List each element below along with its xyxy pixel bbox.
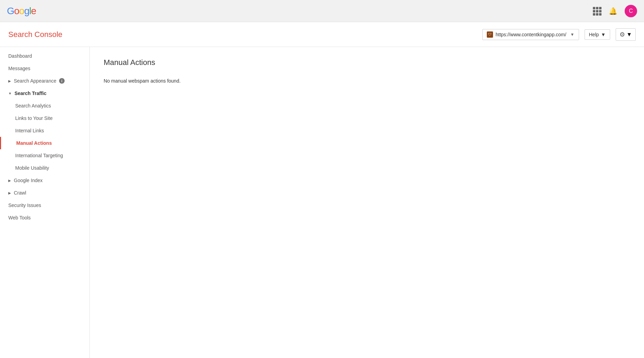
topbar: Google 🔔 C [0, 0, 644, 22]
sidebar-item-label: Mobile Usability [15, 165, 49, 171]
no-actions-message: No manual webspam actions found. [104, 78, 630, 84]
sidebar-item-google-index[interactable]: ▶ Google Index [0, 174, 89, 187]
sidebar-item-label: Crawl [14, 190, 26, 196]
main-content: Manual Actions No manual webspam actions… [90, 47, 644, 358]
user-avatar[interactable]: C [625, 5, 637, 17]
page-title: Manual Actions [104, 58, 630, 67]
sidebar-item-web-tools[interactable]: Web Tools [0, 211, 89, 224]
topbar-right: 🔔 C [593, 5, 637, 17]
expand-arrow-icon: ▶ [8, 179, 11, 182]
sidebar-item-international-targeting[interactable]: International Targeting [0, 149, 89, 162]
sidebar-item-label: Web Tools [8, 215, 31, 220]
sidebar-item-security-issues[interactable]: Security Issues [0, 199, 89, 211]
sidebar-item-search-appearance[interactable]: ▶ Search Appearance i [0, 75, 89, 87]
sidebar-item-crawl[interactable]: ▶ Crawl [0, 187, 89, 199]
expand-arrow-icon: ▶ [8, 79, 11, 83]
sidebar-item-label: Security Issues [8, 202, 41, 208]
site-selector-chevron-icon: ▼ [570, 32, 575, 37]
settings-button[interactable]: ⚙ ▼ [616, 28, 636, 41]
sidebar-item-internal-links[interactable]: Internal Links [0, 124, 89, 137]
sidebar-item-label: Dashboard [8, 53, 32, 59]
site-favicon-icon: 🛡 [487, 31, 493, 38]
notifications-bell-icon[interactable]: 🔔 [607, 5, 619, 17]
main-layout: Dashboard Messages ▶ Search Appearance i… [0, 47, 644, 358]
sidebar-item-label: Search Appearance [14, 78, 56, 84]
sidebar-item-dashboard[interactable]: Dashboard [0, 50, 89, 62]
sidebar: Dashboard Messages ▶ Search Appearance i… [0, 47, 90, 358]
expand-arrow-icon: ▶ [8, 191, 11, 195]
sidebar-item-messages[interactable]: Messages [0, 62, 89, 75]
grid-apps-icon[interactable] [593, 7, 601, 15]
header-bar: Search Console 🛡 https://www.contentking… [0, 22, 644, 47]
info-icon: i [59, 78, 65, 84]
sidebar-item-label: Manual Actions [16, 140, 52, 146]
sidebar-item-label: International Targeting [15, 153, 63, 158]
sidebar-item-search-traffic[interactable]: ▼ Search Traffic [0, 87, 89, 100]
sidebar-item-label: Links to Your Site [15, 115, 53, 121]
help-button[interactable]: Help ▼ [585, 29, 610, 40]
app-title: Search Console [8, 30, 477, 39]
sidebar-item-label: Internal Links [15, 128, 44, 133]
sidebar-item-links-to-your-site[interactable]: Links to Your Site [0, 112, 89, 124]
settings-chevron-icon: ▼ [626, 31, 632, 38]
site-url: https://www.contentkingapp.com/ [496, 32, 568, 37]
sidebar-item-mobile-usability[interactable]: Mobile Usability [0, 162, 89, 174]
help-chevron-icon: ▼ [601, 32, 606, 37]
sidebar-item-label: Google Index [14, 178, 42, 183]
site-selector[interactable]: 🛡 https://www.contentkingapp.com/ ▼ [482, 29, 579, 40]
google-logo: Google [7, 6, 36, 17]
sidebar-item-label: Search Analytics [15, 103, 51, 109]
sidebar-item-manual-actions[interactable]: Manual Actions [0, 137, 89, 149]
collapse-arrow-icon: ▼ [8, 92, 12, 95]
sidebar-item-label: Search Traffic [15, 91, 47, 96]
sidebar-item-search-analytics[interactable]: Search Analytics [0, 100, 89, 112]
gear-icon: ⚙ [619, 31, 625, 38]
sidebar-item-label: Messages [8, 66, 30, 71]
